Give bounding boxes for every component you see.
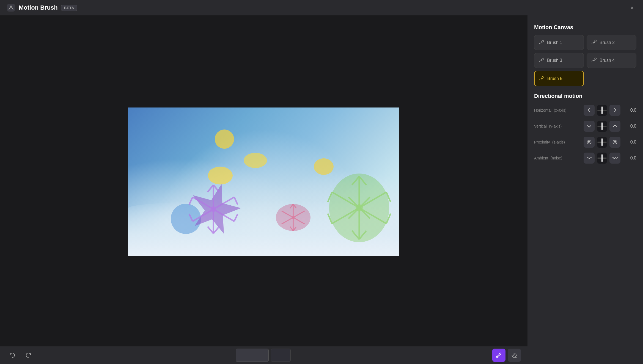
pink-snowflake-svg [271,198,315,237]
canvas-footer [0,346,527,364]
brush-grid: Brush 1 Brush 2 [534,35,636,86]
yellow-circle-2 [244,153,267,168]
brush-3-label: Brush 3 [547,58,562,63]
proximity-track [597,142,607,143]
ambient-value: 0.0 [623,156,636,161]
horizontal-right-button[interactable] [609,105,620,116]
brush-1-icon [539,39,544,46]
brush-4-button[interactable]: Brush 4 [587,53,636,68]
brush-1-button[interactable]: Brush 1 [534,35,584,50]
vertical-up-button[interactable] [609,121,620,132]
horizontal-thumb [601,106,603,114]
beta-badge: BETA [61,5,77,11]
header-left: Motion Brush BETA [7,3,77,12]
ambient-track [597,158,607,159]
vertical-slider[interactable] [597,121,607,132]
timeline-thumb-active[interactable] [236,349,269,362]
svg-point-38 [497,356,498,357]
timeline-thumb-empty [271,349,291,362]
svg-point-39 [587,140,591,144]
horizontal-track [597,110,607,111]
svg-line-11 [234,197,238,204]
brush-2-icon [591,39,597,46]
vertical-track [597,126,607,127]
brush-2-button[interactable]: Brush 2 [587,35,636,50]
brush-5-icon [539,75,545,82]
ambient-flat-button[interactable] [584,153,595,164]
proximity-in-button[interactable] [584,137,595,148]
ambient-slider[interactable] [597,153,607,164]
brush-tool-button[interactable] [492,349,505,362]
directional-motion-section: Directional motion Horizontal (x-axis) [534,93,636,169]
proximity-motion-row: Proximity (z-axis) [534,137,636,148]
brush-2-label: Brush 2 [600,40,615,45]
yellow-circle-1 [215,129,234,149]
app-title: Motion Brush [19,4,58,11]
horizontal-value: 0.0 [623,108,636,113]
proximity-value: 0.0 [623,140,636,145]
app-header: Motion Brush BETA × [0,0,643,15]
brush-1-label: Brush 1 [547,40,562,45]
horizontal-slider[interactable] [597,105,607,116]
svg-line-9 [189,197,193,204]
proximity-label: Proximity (z-axis) [534,140,581,145]
proximity-thumb [601,138,603,146]
proximity-out-button[interactable] [609,137,620,148]
ambient-thumb [601,154,603,162]
vertical-value: 0.0 [623,124,636,129]
horizontal-left-button[interactable] [584,105,595,116]
brush-4-label: Brush 4 [600,58,615,63]
close-button[interactable]: × [628,3,636,12]
svg-point-37 [356,204,363,211]
canvas-top-bar [0,15,527,42]
brush-3-button[interactable]: Brush 3 [534,53,584,68]
footer-timeline [236,349,291,362]
brush-4-icon [591,57,597,64]
motion-canvas-title: Motion Canvas [534,24,636,31]
redo-button[interactable] [23,349,34,361]
svg-line-10 [189,214,193,221]
brush-3-icon [539,57,544,64]
horizontal-motion-row: Horizontal (x-axis) [534,105,636,116]
vertical-motion-row: Vertical (y-axis) [534,121,636,132]
directional-motion-title: Directional motion [534,93,636,99]
app-icon [7,3,15,12]
vertical-down-button[interactable] [584,121,595,132]
footer-right-controls [492,349,521,362]
svg-point-1 [10,6,12,8]
svg-line-12 [234,214,238,221]
vertical-thumb [601,122,603,130]
motion-canvas-section: Motion Canvas Brush 1 [534,24,636,86]
ambient-motion-row: Ambient (noise) [534,153,636,164]
svg-line-7 [208,227,213,233]
proximity-slider[interactable] [597,137,607,148]
brush-5-label: Brush 5 [547,76,562,81]
brush-5-button[interactable]: Brush 5 [534,71,584,86]
canvas-image-container[interactable] [0,42,527,321]
main-content: Motion Canvas Brush 1 [0,15,643,364]
svg-point-13 [211,206,216,212]
eraser-tool-button[interactable] [508,349,521,362]
svg-point-46 [614,141,616,143]
canvas-bottom-bar [0,321,527,346]
canvas-image[interactable] [128,107,399,256]
svg-point-22 [292,216,295,219]
footer-left-controls [7,349,34,361]
undo-button[interactable] [7,349,18,361]
canvas-area [0,15,527,364]
svg-line-5 [208,185,213,192]
right-panel: Motion Canvas Brush 1 [527,15,643,364]
vertical-label: Vertical (y-axis) [534,124,581,129]
green-snowflake-svg [323,168,395,248]
ambient-label: Ambient (noise) [534,156,581,161]
purple-snowflake-svg [183,180,244,238]
horizontal-label: Horizontal (x-axis) [534,108,581,113]
svg-point-40 [588,141,590,143]
svg-line-8 [213,227,219,233]
ambient-wave-button[interactable] [609,153,620,164]
svg-line-6 [213,185,219,192]
